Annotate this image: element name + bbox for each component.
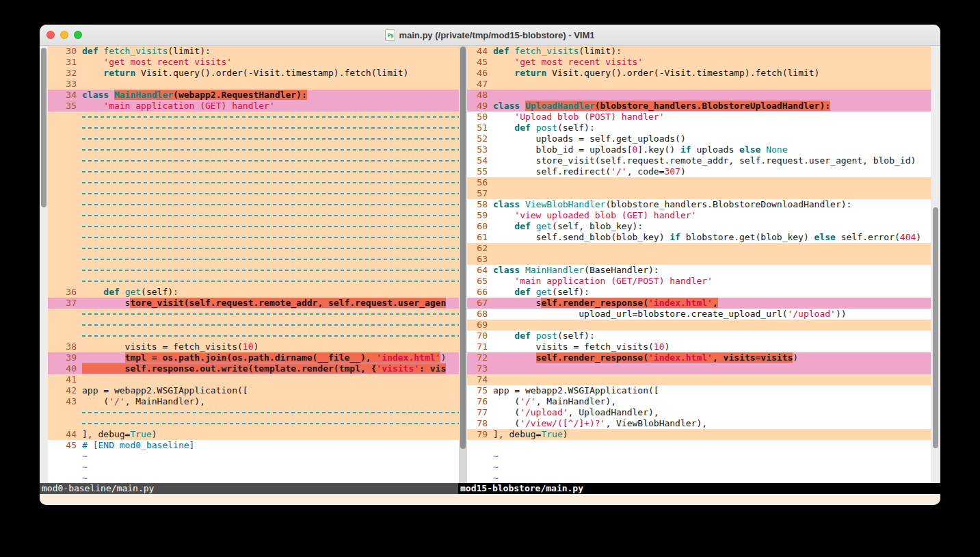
code-line[interactable]: 32 return Visit.query().order(-Visit.tim…: [48, 68, 459, 79]
code-line[interactable]: 60 def get(self, blob_key):: [467, 221, 931, 232]
diff-filler-line[interactable]: [48, 122, 459, 133]
diff-filler-line[interactable]: [48, 276, 459, 287]
diff-filler-line[interactable]: [48, 221, 459, 232]
statusbar-left[interactable]: mod0-baseline/main.py: [40, 483, 458, 494]
code-line[interactable]: 79], debug=True): [467, 429, 931, 440]
diff-filler-line[interactable]: [48, 309, 459, 320]
diff-filler-line[interactable]: [48, 265, 459, 276]
code-line[interactable]: 44], debug=True): [48, 429, 459, 440]
close-button[interactable]: [47, 31, 55, 39]
code-line[interactable]: 52 uploads = self.get_uploads(): [467, 133, 931, 144]
diff-filler-line[interactable]: [48, 331, 459, 341]
code-line[interactable]: 48: [467, 90, 931, 101]
code-line[interactable]: 44def fetch_visits(limit):: [467, 46, 931, 57]
code-text: self.redirect('/', code=307): [493, 166, 931, 177]
code-line[interactable]: 61 self.send_blob(blob_key) if blobstore…: [467, 232, 931, 243]
code-line[interactable]: 75app = webapp2.WSGIApplication([: [467, 385, 931, 396]
code-line[interactable]: 74: [467, 374, 931, 385]
code-line[interactable]: 37 store_visit(self.request.remote_addr,…: [48, 298, 459, 309]
diff-filler-line[interactable]: [48, 133, 459, 144]
code-line[interactable]: 56: [467, 177, 931, 188]
code-text: ~: [493, 451, 931, 462]
code-line[interactable]: 49class UploadHandler(blobstore_handlers…: [467, 101, 931, 112]
code-line[interactable]: 59 'view uploaded blob (GET) handler': [467, 210, 931, 221]
code-line[interactable]: 57: [467, 188, 931, 199]
code-line[interactable]: 45# [END mod0_baseline]: [48, 440, 459, 451]
code-line[interactable]: 70 def post(self):: [467, 331, 931, 341]
pane-splitter-thumb[interactable]: [460, 47, 466, 449]
code-line[interactable]: 31 'get most recent visits': [48, 57, 459, 68]
diff-filler-line[interactable]: [48, 112, 459, 122]
code-line[interactable]: 53 blob_id = uploads[0].key() if uploads…: [467, 144, 931, 155]
left-scrollbar-thumb[interactable]: [41, 48, 47, 207]
code-line[interactable]: 50 'Upload blob (POST) handler': [467, 112, 931, 122]
code-line[interactable]: 51 def post(self):: [467, 122, 931, 133]
pane-left[interactable]: 30def fetch_visits(limit):31 'get most r…: [40, 46, 459, 483]
code-line[interactable]: 64class MainHandler(BaseHandler):: [467, 265, 931, 276]
code-line[interactable]: 41: [48, 374, 459, 385]
code-line[interactable]: [467, 440, 931, 451]
code-line[interactable]: 46 return Visit.query().order(-Visit.tim…: [467, 68, 931, 79]
diff-filler-line[interactable]: [48, 188, 459, 199]
code-line[interactable]: 69: [467, 320, 931, 331]
code-line[interactable]: 36 def get(self):: [48, 287, 459, 298]
diff-filler-line[interactable]: [48, 144, 459, 155]
pane-splitter[interactable]: [459, 46, 467, 483]
code-line[interactable]: 68 upload_url=blobstore.create_upload_ur…: [467, 309, 931, 320]
code-text: [493, 188, 931, 199]
code-line[interactable]: 73: [467, 363, 931, 374]
code-line[interactable]: 72 self.render_response('index.html', vi…: [467, 352, 931, 363]
code-line[interactable]: 66 def get(self):: [467, 287, 931, 298]
code-line[interactable]: 62: [467, 243, 931, 254]
line-number: 71: [467, 341, 493, 352]
code-line[interactable]: 45 'get most recent visits': [467, 57, 931, 68]
code-line[interactable]: 54 store_visit(self.request.remote_addr,…: [467, 155, 931, 166]
code-line[interactable]: 63: [467, 254, 931, 265]
code-line[interactable]: 33: [48, 79, 459, 90]
empty-buffer-line[interactable]: ~: [467, 462, 931, 473]
code-line[interactable]: 77 ('/upload', UploadHandler),: [467, 407, 931, 418]
code-line[interactable]: 30def fetch_visits(limit):: [48, 46, 459, 57]
code-line[interactable]: 65 'main application (GET/POST) handler': [467, 276, 931, 287]
statusbar-right[interactable]: mod15-blobstore/main.py: [458, 483, 940, 494]
right-scrollbar-thumb[interactable]: [933, 207, 938, 448]
code-line[interactable]: 34class MainHandler(webapp2.RequestHandl…: [48, 90, 459, 101]
diff-filler-line[interactable]: [48, 320, 459, 331]
code-text: 'view uploaded blob (GET) handler': [493, 210, 931, 221]
empty-buffer-line[interactable]: ~: [48, 473, 459, 483]
diff-filler-line[interactable]: [48, 407, 459, 418]
diff-filler-line[interactable]: [48, 177, 459, 188]
code-line[interactable]: 47: [467, 79, 931, 90]
code-line[interactable]: 43 ('/', MainHandler),: [48, 396, 459, 407]
code-line[interactable]: 55 self.redirect('/', code=307): [467, 166, 931, 177]
code-line[interactable]: 40 self.response.out.write(template.rend…: [48, 363, 459, 374]
pane-right[interactable]: 44def fetch_visits(limit):45 'get most r…: [467, 46, 940, 483]
code-line[interactable]: 39 tmpl = os.path.join(os.path.dirname(_…: [48, 352, 459, 363]
line-number: 45: [48, 440, 82, 451]
filler-dashes: [82, 210, 459, 221]
diff-filler-line[interactable]: [48, 155, 459, 166]
zoom-button[interactable]: [74, 31, 82, 39]
code-line[interactable]: 78 ('/view/([^/]+)?', ViewBlobHandler),: [467, 418, 931, 429]
diff-filler-line[interactable]: [48, 210, 459, 221]
diff-filler-line[interactable]: [48, 232, 459, 243]
code-line[interactable]: 71 visits = fetch_visits(10): [467, 341, 931, 352]
code-line[interactable]: 42app = webapp2.WSGIApplication([: [48, 385, 459, 396]
empty-buffer-line[interactable]: ~: [467, 473, 931, 483]
diff-filler-line[interactable]: [48, 166, 459, 177]
diff-filler-line[interactable]: [48, 243, 459, 254]
empty-buffer-line[interactable]: ~: [48, 462, 459, 473]
code-line[interactable]: 58class ViewBlobHandler(blobstore_handle…: [467, 199, 931, 210]
line-number: [467, 462, 493, 473]
code-line[interactable]: 67 self.render_response('index.html',: [467, 298, 931, 309]
empty-buffer-line[interactable]: ~: [467, 451, 931, 462]
empty-buffer-line[interactable]: ~: [48, 451, 459, 462]
titlebar[interactable]: Py main.py (/private/tmp/mod15-blobstore…: [40, 25, 940, 46]
diff-filler-line[interactable]: [48, 254, 459, 265]
minimize-button[interactable]: [60, 31, 68, 39]
diff-filler-line[interactable]: [48, 199, 459, 210]
code-line[interactable]: 35 'main application (GET) handler': [48, 101, 459, 112]
code-line[interactable]: 76 ('/', MainHandler),: [467, 396, 931, 407]
diff-filler-line[interactable]: [48, 418, 459, 429]
code-line[interactable]: 38 visits = fetch_visits(10): [48, 341, 459, 352]
